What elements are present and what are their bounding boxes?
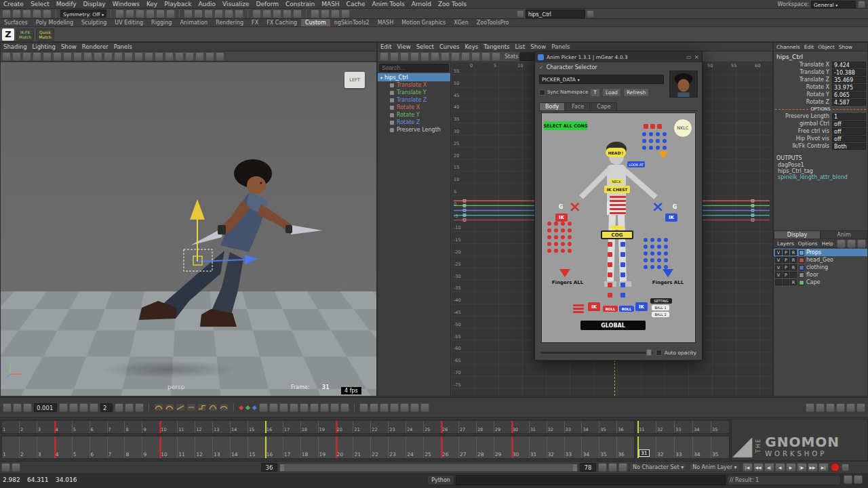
timeline-frame[interactable]: 10 xyxy=(159,436,177,458)
ball1-button[interactable]: BALL 1 xyxy=(652,305,669,310)
timeline-frame[interactable]: 32 xyxy=(547,421,564,433)
layer-color-swatch[interactable] xyxy=(799,250,804,256)
layer-color-swatch[interactable] xyxy=(799,265,804,270)
playback-tool-icon[interactable] xyxy=(390,403,399,412)
picker-dot-button[interactable] xyxy=(663,139,667,143)
channel-row[interactable]: Rotate Y6.065 xyxy=(774,91,867,98)
picker-bar-button[interactable] xyxy=(620,272,625,277)
save-scene-icon[interactable] xyxy=(22,9,31,18)
picker-bar-button[interactable] xyxy=(610,212,626,214)
layer-toggle-r[interactable] xyxy=(790,272,797,278)
shelf-tab[interactable]: ngSkinTools2 xyxy=(330,19,374,26)
neck-button[interactable]: NECK xyxy=(610,179,623,184)
timeline-frame[interactable]: 31 xyxy=(638,436,656,458)
picker-dot-button[interactable] xyxy=(657,245,661,249)
picker-dot-button[interactable] xyxy=(561,228,565,232)
shelf-tab[interactable]: MASH xyxy=(374,19,397,26)
tool-icon[interactable] xyxy=(59,403,68,412)
opacity-slider[interactable] xyxy=(540,352,653,354)
playback-tool-icon[interactable] xyxy=(420,403,429,412)
picker-dot-button[interactable] xyxy=(568,222,572,226)
graph-toolbar-icon[interactable] xyxy=(492,52,500,61)
viewport-menu-item[interactable]: Lighting xyxy=(30,43,58,50)
timeline-frame[interactable]: 19 xyxy=(318,436,336,458)
layer-row[interactable]: RCape xyxy=(774,279,867,286)
channel-value[interactable]: 9.424 xyxy=(832,62,866,68)
right-foot-roll-button[interactable]: ROLL xyxy=(619,306,634,312)
layer-toggle-p[interactable]: P xyxy=(783,257,789,263)
picker-dot-button[interactable] xyxy=(554,228,558,232)
output-node[interactable]: spineIk_length_attr_blend xyxy=(778,174,867,180)
picker-dot-button[interactable] xyxy=(664,238,668,242)
snap-point-icon[interactable] xyxy=(136,9,144,18)
timeline-frame[interactable]: 34 xyxy=(581,436,599,458)
tool-icon[interactable] xyxy=(69,403,78,412)
status-misc-icon[interactable] xyxy=(321,9,330,18)
tool-icon[interactable] xyxy=(3,403,12,412)
symmetry-selector[interactable]: Symmetry: Off ▾ xyxy=(60,9,106,18)
picker-dot-button[interactable] xyxy=(554,222,558,226)
keyframe-marker[interactable] xyxy=(751,219,754,222)
timeline-frame[interactable]: 17 xyxy=(283,436,300,458)
picker-dot-button[interactable] xyxy=(664,258,668,262)
shelf-tab[interactable]: ZooToolsPro xyxy=(473,19,513,26)
ball2-button[interactable]: BALL 2 xyxy=(652,312,669,317)
timeline-menu-icon[interactable] xyxy=(816,403,825,412)
head-button[interactable]: HEAD ! xyxy=(606,148,626,157)
picker-dot-button[interactable] xyxy=(568,242,572,246)
timeline-frame[interactable]: 2 xyxy=(19,436,37,458)
timeline-frame[interactable]: 33 xyxy=(564,421,582,433)
set-key-green-icon[interactable]: ◆ xyxy=(245,403,250,412)
graph-menu-item[interactable]: List xyxy=(512,43,528,50)
anim-tool-icon[interactable] xyxy=(310,403,319,412)
setting-button[interactable]: SETTING xyxy=(650,298,672,304)
picker-dot-button[interactable] xyxy=(657,265,661,269)
picker-tab[interactable]: Cape xyxy=(591,102,617,110)
timeline-ruler[interactable]: 1234567891011121314151617181920212223242… xyxy=(1,436,635,459)
status-render-icon[interactable] xyxy=(262,9,271,18)
timeline-frame[interactable]: 10 xyxy=(159,421,177,433)
picker-dot-button[interactable] xyxy=(649,139,653,143)
shelf-tab[interactable]: Custom xyxy=(301,19,330,26)
menu-item[interactable]: Deform xyxy=(253,1,282,7)
layer-menu-item[interactable]: Options xyxy=(796,241,820,247)
selection-mask-icon[interactable] xyxy=(517,10,524,18)
timeline-frame[interactable]: 5 xyxy=(72,436,90,458)
minimize-icon[interactable]: ▭ xyxy=(686,54,692,60)
status-render-icon[interactable] xyxy=(273,9,281,18)
timeline-frame[interactable]: 6 xyxy=(90,421,107,433)
status-tool-icon[interactable] xyxy=(214,9,223,18)
move-manipulator[interactable] xyxy=(178,195,267,275)
menu-item[interactable]: Create xyxy=(0,1,27,7)
viewport-toolbar-icon[interactable] xyxy=(195,52,204,61)
undo-icon[interactable] xyxy=(33,9,41,18)
timeline-frame[interactable]: 32 xyxy=(547,436,564,458)
picker-dot-button[interactable] xyxy=(547,222,551,226)
anim-tool-icon[interactable] xyxy=(300,403,309,412)
timeline-frame[interactable]: 31 xyxy=(638,421,656,433)
snap-curve-icon[interactable] xyxy=(125,9,134,18)
timeline-frame[interactable]: 27 xyxy=(458,436,476,458)
script-editor-icon[interactable] xyxy=(854,475,863,484)
timeline-frame[interactable]: 20 xyxy=(336,436,353,458)
graph-toolbar-icon[interactable] xyxy=(451,52,460,61)
timeline-frame[interactable]: 34 xyxy=(581,421,599,433)
graph-menu-item[interactable]: Tangents xyxy=(481,43,512,50)
shelf-tab[interactable]: UV Editing xyxy=(111,19,147,26)
layer-toggle-v[interactable]: V xyxy=(775,257,782,263)
timeline-frame[interactable]: 25 xyxy=(423,436,441,458)
picker-bar-button[interactable] xyxy=(573,308,584,310)
picker-bar-button[interactable] xyxy=(608,252,612,257)
menu-item[interactable]: Cache xyxy=(343,1,369,7)
close-icon[interactable]: × xyxy=(694,54,699,60)
picker-dot-button[interactable] xyxy=(644,245,648,249)
picker-square-button[interactable] xyxy=(650,124,655,129)
range-slider-right-handle[interactable] xyxy=(573,464,577,471)
snap-icon[interactable] xyxy=(135,403,144,412)
picker-dot-button[interactable] xyxy=(649,132,653,136)
range-tool-icon[interactable] xyxy=(1,463,10,472)
viewport-toolbar-icon[interactable] xyxy=(175,52,184,61)
timeline-frame[interactable]: 8 xyxy=(124,436,142,458)
status-render-icon[interactable] xyxy=(252,9,261,18)
picker-dot-button[interactable] xyxy=(547,228,551,232)
